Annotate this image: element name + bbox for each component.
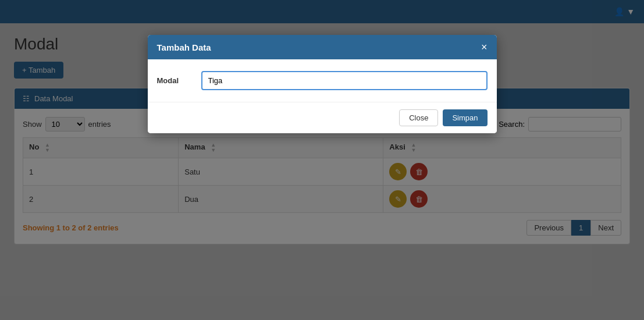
modal-header: Tambah Data × bbox=[148, 35, 497, 59]
modal-body: Modal bbox=[148, 59, 497, 102]
modal-footer: Close Simpan bbox=[148, 102, 497, 133]
modal-title: Tambah Data bbox=[157, 42, 211, 52]
modal-field-input[interactable] bbox=[201, 71, 488, 90]
modal-dialog: Tambah Data × Modal Close Simpan bbox=[148, 35, 497, 133]
modal-field-label: Modal bbox=[157, 76, 192, 85]
modal-overlay: Tambah Data × Modal Close Simpan bbox=[0, 0, 644, 320]
modal-save-button[interactable]: Simpan bbox=[443, 109, 487, 126]
form-group-modal: Modal bbox=[157, 71, 488, 90]
modal-close-button[interactable]: Close bbox=[399, 109, 438, 126]
modal-close-x-button[interactable]: × bbox=[481, 42, 488, 52]
